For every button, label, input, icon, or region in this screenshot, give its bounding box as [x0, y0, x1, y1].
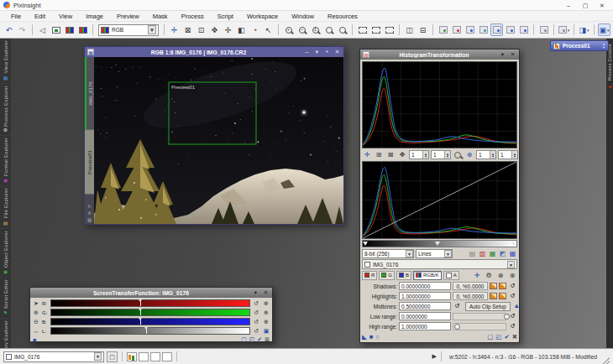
track-view-icon2[interactable]: ✛ — [472, 270, 482, 280]
toolbar-view-dropdown-icon[interactable]: ▼ — [148, 25, 156, 34]
param-input[interactable]: 0.00000000 — [399, 282, 451, 290]
pointer-mode-icon[interactable]: ↖ — [262, 23, 275, 36]
menu-item-process[interactable]: Process — [176, 12, 210, 21]
stf-reset-icon[interactable] — [537, 23, 550, 36]
zoom-selection-icon[interactable] — [336, 23, 348, 36]
doc-window-icon[interactable]: ◰ — [495, 333, 501, 341]
zoom-in-icon[interactable]: ⊕ — [32, 309, 40, 316]
stf-expand-icon[interactable]: ⊠ — [265, 336, 270, 343]
v-zoom-spin-arrows-icon[interactable]: ▲▼ — [444, 151, 450, 159]
plot-options-icon[interactable]: ⊕ — [495, 270, 506, 280]
v-zoom-spin-2[interactable]: 1▲▼ — [498, 150, 518, 159]
readout-gear-icon[interactable]: ⚙ — [484, 270, 494, 280]
stf-browse-icon[interactable]: ▢ — [241, 336, 247, 343]
stf-link-rgb-icon[interactable] — [504, 23, 516, 36]
image-canvas[interactable]: Preview01 — [94, 57, 343, 224]
stf-highlights-icon[interactable] — [477, 23, 490, 36]
zoom-to-fit-icon[interactable]: ⊠ — [181, 23, 194, 36]
h-zoom-spin-2-arrows-icon[interactable]: ▲▼ — [490, 151, 495, 159]
clip-highlights-icon[interactable] — [499, 293, 506, 299]
view-tab-preview01[interactable]: Preview01 — [85, 129, 94, 195]
sidebar-tab-view-explorer[interactable]: View Explorer▦ — [0, 39, 11, 84]
toggle-log-icon[interactable]: ▤ — [468, 249, 477, 258]
channel-button-a[interactable]: A — [443, 271, 459, 280]
browse-documentation-icon[interactable]: ▢ — [487, 333, 493, 341]
stf-zoom-icon[interactable] — [517, 23, 530, 36]
channel-button-g[interactable]: G — [379, 271, 395, 280]
redo-icon[interactable]: ↷ — [16, 23, 29, 36]
stf-doc-icon[interactable]: ◰ — [249, 336, 255, 343]
menu-item-file[interactable]: File — [5, 12, 27, 21]
readout-mode-icon[interactable]: ◔ — [249, 23, 261, 36]
resolution-dropdown-icon[interactable]: ▼ — [406, 250, 413, 257]
channel-button-rgb-k[interactable]: RGB/K — [413, 271, 442, 280]
image-close-icon[interactable]: ✕ — [333, 48, 341, 56]
stf-reset-channel-icon[interactable]: ↺ — [252, 309, 260, 316]
v-zoom-spin-2-arrows-icon[interactable]: ▲▼ — [511, 151, 517, 159]
shadows-slider-handle[interactable] — [363, 242, 368, 246]
menu-item-preview[interactable]: Preview — [111, 12, 145, 21]
plot-style-dropdown-icon[interactable]: ▼ — [444, 250, 452, 257]
param-input[interactable]: 0.0000000 — [399, 312, 451, 320]
new-preview-mode-icon[interactable] — [356, 23, 369, 36]
invert-lut-icon[interactable]: ◧ — [235, 23, 248, 36]
stf-monitor-icon[interactable]: ▣ — [262, 328, 270, 335]
stf-apply-icon[interactable]: ■ — [33, 337, 36, 343]
histogram-shade-icon[interactable]: ▾ — [499, 50, 506, 59]
image-zoom-icon[interactable]: + — [323, 48, 331, 56]
zoom-fit-icon[interactable] — [322, 23, 335, 36]
pointer-icon[interactable]: ➤ — [32, 300, 40, 307]
image-window-titlebar[interactable]: ▦ RGB 1:8 IMG_0176 | IMG_0176.CR2 – ▾ + … — [85, 47, 343, 57]
plot-magnifier-icon[interactable] — [453, 150, 463, 160]
range-slider[interactable] — [453, 323, 506, 330]
fit-view-icon[interactable]: ⊡ — [195, 23, 207, 36]
histogram-close-icon[interactable]: ✕ — [509, 50, 516, 59]
track-view-icon[interactable]: ◁ — [36, 23, 49, 36]
reset-param-icon[interactable]: ↺ — [453, 302, 462, 310]
grid-toggle-icon[interactable]: ▦ — [87, 217, 92, 222]
h-zoom-spin-arrows-icon[interactable]: ▲▼ — [422, 151, 428, 159]
show-raw-histogram-icon[interactable]: ▥ — [478, 249, 487, 258]
plot-lock-icon[interactable]: ⊕ — [464, 150, 474, 160]
view-dropdown-icon[interactable]: ▼ — [507, 261, 515, 268]
histogram-transfer-plot[interactable] — [362, 161, 517, 239]
explorer-panel-toggle-icon[interactable]: ◨▾ — [578, 23, 590, 36]
expand-windows-icon[interactable]: ⊟ — [417, 23, 429, 36]
stf-reset-channel-icon[interactable]: ↺ — [252, 319, 260, 325]
close-preview-icon[interactable]: ⊗ — [87, 211, 92, 216]
stf-enabled-icon[interactable] — [490, 23, 503, 36]
target-view-select[interactable]: IMG_0176 ▼ — [362, 259, 517, 269]
stf-link-icon[interactable]: ⊕ — [262, 300, 270, 307]
menu-item-image[interactable]: Image — [80, 12, 109, 21]
menu-item-workspace[interactable]: Workspace — [241, 12, 284, 21]
stf-shade-icon[interactable]: ▾ — [252, 289, 259, 297]
center-view-icon[interactable]: ✥ — [208, 23, 221, 36]
range-slider-handle[interactable] — [504, 314, 510, 320]
plot-style-select[interactable]: Lines ▼ — [416, 249, 453, 258]
zoom-1-1-icon[interactable]: 1 — [309, 23, 322, 36]
new-image-icon[interactable] — [50, 23, 62, 36]
minimize-button[interactable]: – — [564, 1, 573, 10]
plot-target-icon[interactable]: ⊕ — [507, 270, 517, 280]
track-view-check-icon[interactable]: ✔ — [504, 333, 509, 341]
stf-reset-channel-icon[interactable]: ↺ — [252, 328, 260, 335]
workspace-thumb-1[interactable] — [127, 352, 137, 361]
h-zoom-spin[interactable]: 1▲▼ — [409, 150, 429, 159]
refresh-view-icon[interactable]: ↻ — [87, 204, 92, 209]
color-management-icon[interactable] — [63, 23, 76, 36]
show-curve-icon[interactable]: ◩ — [498, 249, 507, 258]
sidebar-tab-file-explorer[interactable]: File Explorer▤ — [0, 186, 11, 228]
v-zoom-spin[interactable]: 1▲▼ — [431, 150, 451, 159]
histogram-titlebar[interactable]: ▥ HistogramTransformation ▾ ✕ — [360, 49, 519, 60]
stf-edit-icon[interactable] — [450, 23, 463, 36]
zoom-in-icon[interactable]: + — [282, 23, 295, 36]
stf-gradient-g[interactable] — [50, 309, 250, 316]
workspace-thumb-3[interactable] — [150, 352, 160, 361]
process-tab-process01[interactable]: Process01 ▲▼ — [550, 40, 609, 51]
menu-item-view[interactable]: View — [53, 12, 78, 21]
show-grid-icon[interactable]: ▦ — [508, 249, 517, 258]
stf-gradient-r[interactable] — [50, 299, 250, 307]
stf-link-icon[interactable]: ⊕ — [262, 319, 270, 325]
sidebar-tab-process-explorer[interactable]: Process Explorer⚙ — [0, 84, 11, 137]
icc-profile-icon[interactable] — [76, 23, 89, 36]
